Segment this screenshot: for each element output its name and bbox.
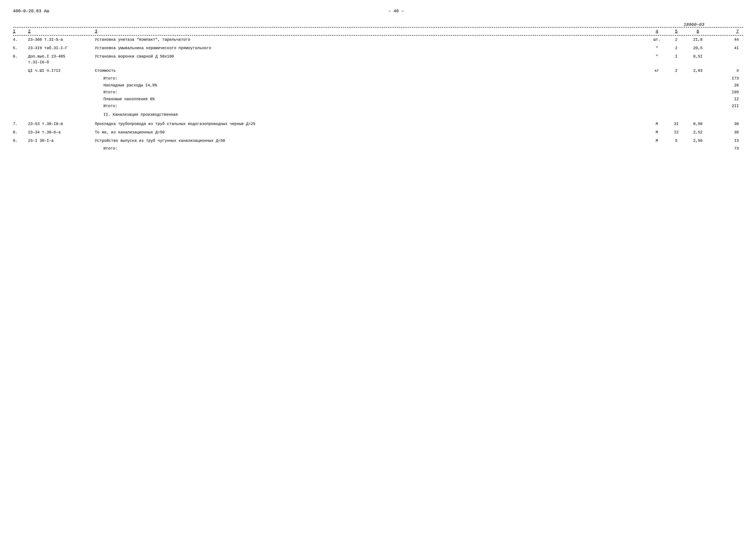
col-headers-row: I 2 3 4 5 6 7	[13, 28, 743, 36]
row-qty: 2	[668, 37, 685, 43]
row-qty: 2	[668, 45, 685, 51]
row-num: 4.	[13, 37, 26, 43]
row-desc: То же, из канализационных Д=50	[95, 129, 646, 135]
row-code: Доп.вып.I 23–405т.3I–I6–б	[26, 54, 95, 65]
row-unit: М	[646, 129, 668, 135]
row-total: 4	[711, 68, 743, 74]
row-num: 8.	[13, 129, 26, 135]
table-row: ЦI ч.ШI п.I7I2 Стоимость кг 2 2,03 4	[13, 67, 743, 75]
row-desc: Установка воронки сварной Д 50х100	[95, 54, 646, 60]
row-num: 9.	[13, 138, 26, 144]
row-unit: "	[646, 45, 668, 51]
overhead-label: Плановые накопления 6%	[95, 97, 646, 101]
table-row: Итого: I99	[13, 89, 743, 96]
summary-label: Итого:	[95, 90, 646, 94]
form-number: 18960–03	[13, 22, 743, 27]
row-price: 0,98	[685, 121, 711, 127]
summary-total: I73	[711, 76, 743, 81]
row-price: 2,56	[685, 138, 711, 144]
row-desc: Установка умывальника керамического прям…	[95, 45, 646, 51]
col-h4: 4	[646, 29, 668, 34]
data-rows: 4. 23–366 т.3I–5–а Установка унитаза "Ко…	[13, 36, 743, 152]
page-header: 400–0–20.83 Аш – 40 –	[13, 9, 743, 14]
row-price: 2I,8	[685, 37, 711, 43]
col-h6: 6	[685, 29, 711, 34]
table-row: 5. 23–3I9 таб.3I–I–Г Установка умывальни…	[13, 44, 743, 52]
summary-label: Итого:	[95, 146, 646, 151]
row-qty: 2	[668, 68, 685, 74]
table-row: 4. 23–366 т.3I–5–а Установка унитаза "Ко…	[13, 36, 743, 44]
summary-label: Итого:	[95, 76, 646, 81]
table-row: Накладные расходы I4,9% 26	[13, 82, 743, 89]
col-h2: 2	[26, 29, 95, 34]
row-desc: Прокладка трубопровода из труб стальных …	[95, 121, 646, 127]
header-left: 400–0–20.83 Аш	[13, 9, 49, 14]
table-row: Итого: I73	[13, 75, 743, 82]
row-code: ЦI ч.ШI п.I7I2	[26, 68, 95, 74]
table-row: II. Канализация производственная	[13, 109, 743, 120]
row-price: 2,03	[685, 68, 711, 74]
summary-total: 73	[711, 146, 743, 151]
table-row: 6. Доп.вып.I 23–405т.3I–I6–б Установка в…	[13, 52, 743, 67]
col-h5: 5	[668, 29, 685, 34]
summary-total: 2II	[711, 104, 743, 108]
row-desc: Стоимость	[95, 68, 646, 74]
col-h7: 7	[711, 29, 743, 34]
row-qty: I2	[668, 129, 685, 135]
table-row: 9. 23–I 30–I–а Устройство выпуска из тру…	[13, 137, 743, 145]
row-total: 30	[711, 121, 743, 127]
row-code: 23–I 30–I–а	[26, 138, 95, 144]
row-unit: М	[646, 121, 668, 127]
row-qty: 5	[668, 138, 685, 144]
row-qty: I	[668, 54, 685, 60]
row-qty: 3I	[668, 121, 685, 127]
section-title: II. Канализация производственная	[95, 112, 646, 117]
row-total: 4I	[711, 45, 743, 51]
row-price: 0,5I	[685, 54, 711, 60]
row-desc: Устройство выпуска из труб чугунных кана…	[95, 138, 646, 144]
row-code: 23–34 т.30–6–а	[26, 129, 95, 135]
row-unit: М	[646, 138, 668, 144]
row-num: 5.	[13, 45, 26, 51]
overhead-total: I2	[711, 97, 743, 101]
main-table-container: 18960–03 I 2 3 4 5 6 7 4. 23–366 т.3I–5–…	[13, 22, 743, 152]
row-price: 2,52	[685, 129, 711, 135]
row-total: 30	[711, 129, 743, 135]
row-num: 7.	[13, 121, 26, 127]
row-total: 44	[711, 37, 743, 43]
row-code: 23–53 т.30–I0–в	[26, 121, 95, 127]
row-code: 23–3I9 таб.3I–I–Г	[26, 45, 95, 51]
table-row: 7. 23–53 т.30–I0–в Прокладка трубопровод…	[13, 120, 743, 128]
row-price: 20,5	[685, 45, 711, 51]
table-row: Итого: 2II	[13, 102, 743, 109]
row-code: 23–366 т.3I–5–а	[26, 37, 95, 43]
col-h3: 3	[95, 29, 646, 34]
overhead-total: 26	[711, 83, 743, 88]
row-unit: "	[646, 54, 668, 60]
row-total: I3	[711, 138, 743, 144]
row-unit: кг	[646, 68, 668, 74]
col-h1: I	[13, 29, 26, 34]
table-row: Итого: 73	[13, 145, 743, 152]
row-num: 6.	[13, 54, 26, 60]
row-unit: шт.	[646, 37, 668, 43]
overhead-label: Накладные расходы I4,9%	[95, 83, 646, 88]
table-row: 8. 23–34 т.30–6–а То же, из канализацион…	[13, 128, 743, 137]
summary-label: Итого:	[95, 104, 646, 108]
row-desc: Установка унитаза "Компакт", тарельчатог…	[95, 37, 646, 43]
table-row: Плановые накопления 6% I2	[13, 96, 743, 102]
summary-total: I99	[711, 90, 743, 94]
header-center: – 40 –	[388, 9, 404, 14]
